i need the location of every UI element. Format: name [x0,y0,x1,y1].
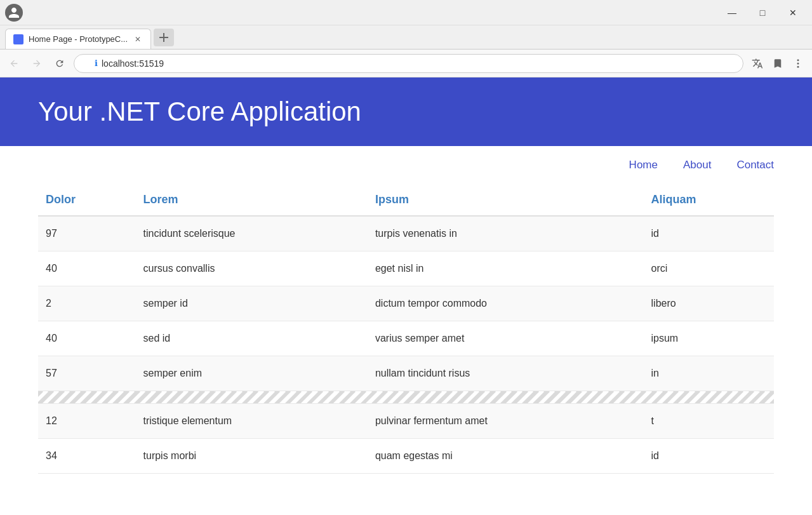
table-row: 34turpis morbiquam egestas miid [38,439,774,474]
cell-lorem: turpis morbi [136,439,368,474]
nav-about[interactable]: About [683,159,711,171]
svg-point-4 [797,65,799,67]
reload-button[interactable] [51,55,69,72]
minimize-button[interactable]: — [718,3,746,22]
app-title: Your .NET Core Application [38,97,774,127]
cell-lorem: semper id [136,286,368,321]
svg-point-2 [797,59,799,61]
profile-icon[interactable] [5,4,23,22]
cell-aliquam: ipsum [644,321,774,356]
cell-ipsum: turpis venenatis in [368,216,644,251]
app-nav: Home About Contact [0,146,812,178]
bookmark-button[interactable] [769,55,787,72]
table-row: 57semper enimnullam tincidunt risusin [38,356,774,391]
cell-ipsum: dictum tempor commodo [368,286,644,321]
address-bar: ℹ localhost:51519 [0,50,812,77]
cell-aliquam: in [644,356,774,391]
col-dolor: Dolor [38,184,136,216]
close-button[interactable]: ✕ [779,3,807,22]
cell-lorem: cursus convallis [136,251,368,286]
nav-home[interactable]: Home [629,159,658,171]
browser-window: — □ ✕ Home Page - PrototypeC... ✕ [0,0,812,474]
table-row: 97tincidunt scelerisqueturpis venenatis … [38,216,774,251]
cell-lorem: tristique elementum [136,404,368,439]
svg-point-3 [797,62,799,64]
cell-ipsum: eget nisl in [368,251,644,286]
svg-rect-1 [159,37,168,38]
data-table: Dolor Lorem Ipsum Aliquam 97tincidunt sc… [38,184,774,474]
tab-title: Home Page - PrototypeC... [29,34,128,44]
titlebar: — □ ✕ [0,0,812,25]
table-row: 12tristique elementumpulvinar fermentum … [38,404,774,439]
forward-button[interactable] [28,55,46,72]
back-button[interactable] [5,55,23,72]
cell-dolor: 40 [38,251,136,286]
table-row: 40sed idvarius semper ametipsum [38,321,774,356]
col-ipsum: Ipsum [368,184,644,216]
app-header: Your .NET Core Application [0,77,812,146]
nav-contact[interactable]: Contact [736,159,774,171]
menu-button[interactable] [789,55,807,72]
cell-lorem: semper enim [136,356,368,391]
cell-aliquam: orci [644,251,774,286]
lock-icon: ℹ [95,58,98,68]
url-bar[interactable]: ℹ localhost:51519 [74,54,743,73]
table-row: 40cursus convalliseget nisl inorci [38,251,774,286]
cell-ipsum: quam egestas mi [368,439,644,474]
cell-ipsum: pulvinar fermentum amet [368,404,644,439]
url-text: localhost:51519 [102,58,164,69]
cell-dolor: 12 [38,404,136,439]
cell-aliquam: t [644,404,774,439]
table-row: 2semper iddictum tempor commodolibero [38,286,774,321]
maximize-button[interactable]: □ [749,3,776,22]
active-tab[interactable]: Home Page - PrototypeC... ✕ [5,29,151,49]
cell-dolor: 97 [38,216,136,251]
table-header: Dolor Lorem Ipsum Aliquam [38,184,774,216]
address-actions [749,55,807,72]
cell-dolor: 34 [38,439,136,474]
wavy-separator [38,391,774,404]
cell-dolor: 40 [38,321,136,356]
cell-ipsum: varius semper amet [368,321,644,356]
tab-favicon [13,34,23,44]
data-table-container: Dolor Lorem Ipsum Aliquam 97tincidunt sc… [0,178,812,474]
tab-bar: Home Page - PrototypeC... ✕ [0,25,812,50]
col-lorem: Lorem [136,184,368,216]
cell-dolor: 57 [38,356,136,391]
table-body: 97tincidunt scelerisqueturpis venenatis … [38,216,774,474]
cell-ipsum: nullam tincidunt risus [368,356,644,391]
translate-button[interactable] [749,55,766,72]
cell-aliquam: id [644,439,774,474]
window-controls: — □ ✕ [718,3,807,22]
cell-lorem: tincidunt scelerisque [136,216,368,251]
table-header-row: Dolor Lorem Ipsum Aliquam [38,184,774,216]
url-bar-inner: ℹ localhost:51519 [95,58,735,69]
new-tab-button[interactable] [154,29,174,46]
cell-aliquam: id [644,216,774,251]
col-aliquam: Aliquam [644,184,774,216]
cell-dolor: 2 [38,286,136,321]
cell-lorem: sed id [136,321,368,356]
tab-close-button[interactable]: ✕ [133,34,143,44]
cell-aliquam: libero [644,286,774,321]
